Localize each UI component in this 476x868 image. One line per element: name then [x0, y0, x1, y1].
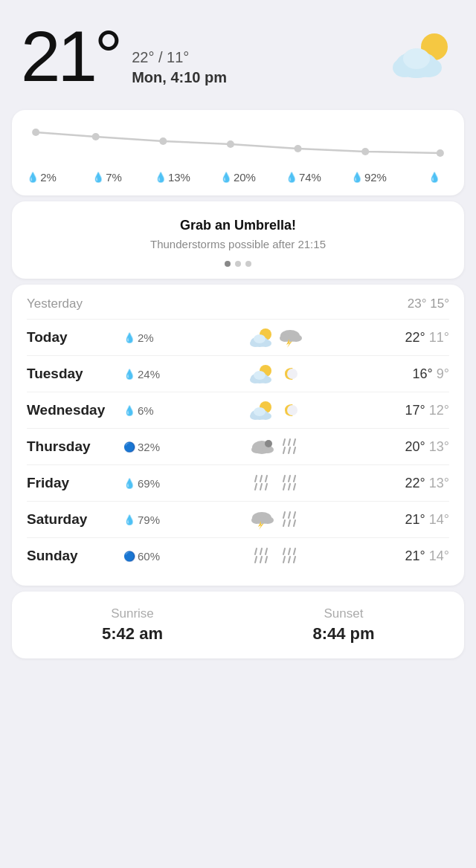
header-meta: 22° / 11° Mon, 4:10 pm [132, 49, 227, 92]
forecast-icons-sunday [177, 545, 375, 566]
hourly-chart-card: 💧 2% 💧 7% 💧 13% 💧 20% 💧 74% 💧 92% 💧 [12, 110, 464, 195]
forecast-temps-friday: 22° 13° [375, 476, 449, 491]
rain-item-5: 💧 92% [351, 171, 387, 184]
svg-line-52 [283, 484, 285, 490]
svg-line-60 [289, 512, 290, 518]
forecast-temps-tuesday: 16° 9° [375, 366, 449, 382]
rain-pct-tuesday: 💧 24% [123, 368, 177, 380]
svg-line-51 [294, 476, 295, 482]
svg-line-47 [260, 484, 262, 490]
svg-line-76 [294, 557, 295, 563]
forecast-icons-today [177, 327, 375, 348]
svg-line-50 [289, 476, 290, 482]
svg-line-64 [294, 520, 295, 526]
svg-point-7 [159, 137, 167, 145]
svg-line-42 [294, 447, 295, 453]
svg-point-19 [290, 334, 302, 342]
svg-line-39 [294, 439, 295, 445]
svg-line-54 [294, 484, 295, 490]
svg-point-25 [254, 371, 266, 380]
svg-point-11 [437, 149, 444, 157]
forecast-row-saturday[interactable]: Saturday 💧 79% 21° 14° [27, 501, 449, 537]
rain-item-3: 💧 20% [220, 171, 256, 184]
pagination-dots [27, 261, 449, 267]
rain-item-0: 💧 2% [24, 171, 60, 184]
rain-lines-icon [277, 436, 303, 457]
svg-line-66 [260, 548, 262, 554]
svg-line-63 [289, 520, 290, 526]
rain-item-2: 💧 13% [155, 171, 190, 184]
forecast-card: Yesterday 23° 15° Today 💧 2% [12, 285, 464, 586]
yesterday-row: Yesterday 23° 15° [27, 297, 449, 311]
drop-icon: 💧 [27, 172, 39, 183]
svg-line-48 [266, 484, 267, 490]
forecast-icons-tuesday [177, 363, 375, 384]
cloudy-sun-icon [249, 400, 274, 421]
forecast-row-friday[interactable]: Friday 💧 69% 22° 13° [27, 464, 449, 501]
rain-pct-today: 💧 2% [123, 331, 177, 344]
svg-point-10 [361, 148, 369, 155]
day-name-thursday: Thursday [27, 438, 123, 455]
dot-3[interactable] [245, 261, 251, 267]
day-name-today: Today [27, 329, 123, 346]
svg-point-36 [265, 440, 272, 447]
drop-icon: 💧 [428, 172, 440, 183]
thunder-cloud-icon [277, 327, 303, 348]
forecast-icons-thursday [177, 436, 375, 457]
yesterday-temps: 23° 15° [408, 297, 449, 311]
rain-item-4: 💧 74% [286, 171, 321, 184]
svg-line-37 [283, 439, 285, 445]
hourly-chart [21, 122, 455, 166]
forecast-icons-wednesday [177, 400, 375, 421]
svg-line-53 [289, 484, 290, 490]
rain-percentage-row: 💧 2% 💧 7% 💧 13% 💧 20% 💧 74% 💧 92% 💧 [21, 171, 455, 184]
svg-line-46 [255, 484, 257, 490]
rain-pct-wednesday: 💧 6% [123, 404, 177, 417]
svg-line-72 [289, 548, 290, 554]
svg-line-41 [289, 447, 290, 453]
moon-icon [277, 400, 303, 421]
forecast-temps-wednesday: 17° 12° [375, 403, 449, 418]
svg-point-34 [251, 446, 262, 453]
svg-line-40 [283, 447, 285, 453]
sunset-item: Sunset 8:44 pm [238, 606, 449, 644]
forecast-row-tuesday[interactable]: Tuesday 💧 24% 16° 9° [27, 355, 449, 392]
drop-icon: 💧 [155, 172, 167, 183]
forecast-row-thursday[interactable]: Thursday 🔵 32% 20° 13° [27, 428, 449, 464]
day-name-tuesday: Tuesday [27, 366, 123, 382]
moon-icon [277, 363, 303, 384]
svg-point-32 [287, 405, 298, 415]
sunrise-label: Sunrise [27, 606, 238, 621]
current-temperature: 21° [21, 21, 120, 92]
rain-lines-icon [277, 545, 303, 566]
alert-subtitle: Thunderstorms possible after 21:15 [27, 238, 449, 250]
svg-line-75 [289, 557, 290, 563]
rain-pct-friday: 💧 69% [123, 477, 177, 490]
svg-line-49 [283, 476, 285, 482]
rain-pct-saturday: 💧 79% [123, 514, 177, 526]
day-name-sunday: Sunday [27, 548, 123, 564]
svg-line-69 [260, 557, 262, 563]
forecast-row-wednesday[interactable]: Wednesday 💧 6% 17° 12° [27, 392, 449, 428]
drop-icon: 💧 [351, 172, 363, 183]
drop-icon: 💧 [92, 172, 104, 183]
dot-1[interactable] [225, 261, 231, 267]
drop-icon: 💧 [286, 172, 298, 183]
forecast-row-sunday[interactable]: Sunday 🔵 60% 21° 14° [27, 537, 449, 574]
svg-line-73 [294, 548, 295, 554]
svg-line-43 [255, 476, 257, 482]
day-name-saturday: Saturday [27, 511, 123, 528]
forecast-row-today[interactable]: Today 💧 2% 22° 11° [27, 319, 449, 355]
rain-item-1: 💧 7% [89, 171, 125, 184]
sunset-time: 8:44 pm [238, 624, 449, 644]
forecast-temps-today: 22° 11° [375, 330, 449, 346]
forecast-temps-thursday: 20° 13° [375, 439, 449, 455]
dot-2[interactable] [235, 261, 241, 267]
rain-lines-icon [277, 473, 303, 493]
thunder-cloud-icon [249, 509, 274, 530]
svg-line-65 [255, 548, 257, 554]
rain-item-6: 💧 [416, 172, 452, 183]
svg-point-8 [227, 140, 234, 148]
sunrise-time: 5:42 am [27, 624, 238, 644]
day-name-friday: Friday [27, 475, 123, 491]
